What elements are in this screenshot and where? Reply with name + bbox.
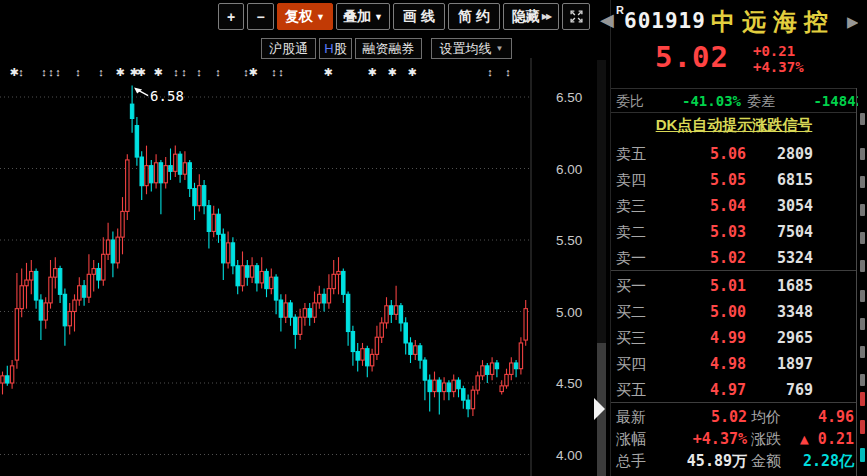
order-book-divider <box>611 270 857 271</box>
ask-row[interactable]: 卖三5.043054 <box>611 193 857 219</box>
updown-marker-icon: ↕ <box>196 66 202 78</box>
updown-marker-icon: ↕ <box>98 66 104 78</box>
h-share-button[interactable]: H股 <box>319 38 352 59</box>
stat-label: 总手 <box>616 452 646 471</box>
candle-down <box>308 309 311 318</box>
candle-up <box>476 376 479 390</box>
draw-line-label: 画 线 <box>403 8 435 26</box>
peak-price-annotation: 6.58 <box>150 88 184 104</box>
order-level-label: 买一 <box>616 277 646 296</box>
panel-collapse-handle[interactable] <box>594 398 605 420</box>
candle-up <box>481 366 484 376</box>
prev-stock-arrow[interactable]: ◀ <box>600 11 614 29</box>
ask-row[interactable]: 卖四5.056815 <box>611 167 857 193</box>
zoom-out-button[interactable]: − <box>247 3 274 30</box>
candle-up <box>121 211 124 237</box>
cutoff-glyph-fragment <box>860 318 865 330</box>
bid-row[interactable]: 买二5.003348 <box>611 299 857 325</box>
candle-up <box>394 306 397 315</box>
hide-button[interactable]: 隐藏 ▶▶ <box>503 3 559 30</box>
ask-row[interactable]: 卖一5.025324 <box>611 245 857 271</box>
order-level-label: 卖二 <box>616 223 646 242</box>
ask-row[interactable]: 卖二5.037504 <box>611 219 857 245</box>
bid-row[interactable]: 买五4.97769 <box>611 377 857 403</box>
stat-value: +4.37% <box>693 430 747 448</box>
updown-marker-icon: ↕ <box>173 66 179 78</box>
adjust-price-button[interactable]: 复权 ▼ <box>277 3 333 30</box>
candle-down <box>404 323 407 343</box>
updown-marker-icon: ↕ <box>271 66 277 78</box>
candle-up <box>92 269 95 275</box>
candle-up <box>385 306 388 323</box>
next-stock-arrow[interactable]: ▶ <box>847 14 859 29</box>
bid-row[interactable]: 买三4.992965 <box>611 325 857 351</box>
updown-marker-icon: ↕ <box>55 66 61 78</box>
candle-down <box>418 346 421 360</box>
candle-down <box>423 360 426 380</box>
candle-down <box>246 266 249 277</box>
cutoff-glyph-fragment <box>860 420 865 434</box>
updown-marker-icon: ↕ <box>181 66 187 78</box>
stat-label: 涨幅 <box>616 430 646 449</box>
candle-down <box>438 380 441 391</box>
candle-down <box>130 104 133 118</box>
order-level-label: 买五 <box>616 381 646 400</box>
cutoff-glyph-fragment <box>860 113 865 125</box>
bid-row[interactable]: 买四4.981897 <box>611 351 857 377</box>
order-price: 5.02 <box>710 249 746 267</box>
overlay-button[interactable]: 叠加 ▼ <box>336 3 390 30</box>
order-price: 5.01 <box>710 277 746 295</box>
candle-down <box>289 303 292 317</box>
candle-up <box>49 277 52 303</box>
y-axis-label: 5.50 <box>556 233 582 248</box>
candle-up <box>15 309 18 360</box>
last-price: 5.02 <box>655 40 729 74</box>
candle-up <box>318 294 321 303</box>
margin-trading-button[interactable]: 融资融券 <box>355 38 422 59</box>
weicha-label: 委差 <box>747 93 775 111</box>
cutoff-next-column <box>858 0 867 476</box>
candle-up <box>332 274 335 288</box>
candle-up <box>20 286 23 309</box>
simple-mode-button[interactable]: 简 约 <box>448 3 500 30</box>
expand-arrows-icon <box>569 9 584 24</box>
cutoff-glyph-fragment <box>860 346 865 358</box>
updown-marker-icon: ↕ <box>41 66 47 78</box>
fullscreen-button[interactable] <box>562 3 590 30</box>
order-level-label: 买三 <box>616 329 646 348</box>
candle-down <box>255 266 258 283</box>
y-axis-label: 4.00 <box>556 448 582 463</box>
candle-up <box>284 303 287 317</box>
candle-up <box>73 300 76 311</box>
stats-row: 最新5.02均价4.96 <box>611 406 857 428</box>
bid-row[interactable]: 买一5.011685 <box>611 273 857 299</box>
order-price: 5.06 <box>710 145 746 163</box>
updown-marker-icon: ↕ <box>278 66 284 78</box>
candle-down <box>202 186 205 206</box>
candle-up <box>78 286 81 300</box>
zoom-in-button[interactable]: + <box>218 3 244 30</box>
order-level-label: 卖四 <box>616 171 646 190</box>
candle-up <box>442 383 445 392</box>
zoom-out-label: − <box>256 9 264 25</box>
dk-signal-link[interactable]: DK点自动提示涨跌信号 <box>611 116 857 135</box>
ask-row[interactable]: 卖五5.062809 <box>611 141 857 167</box>
candle-up <box>433 380 436 391</box>
double-arrow-right-icon: ▶▶ <box>542 12 550 21</box>
candlestick-chart[interactable]: 6.506.005.505.004.504.00✱↕↕↕↕↕↕✱✱✱✱↕↕↕↕↕… <box>0 0 596 476</box>
order-level-label: 买二 <box>616 303 646 322</box>
candle-down <box>462 389 465 400</box>
dropdown-icon: ▼ <box>316 12 325 22</box>
order-price: 4.97 <box>710 381 746 399</box>
candle-down <box>466 400 469 409</box>
star-marker-icon: ✱ <box>387 66 396 78</box>
draw-line-button[interactable]: 画 线 <box>393 3 445 30</box>
change-percent: +4.37% <box>753 59 804 75</box>
candle-down <box>366 349 369 366</box>
candle-up <box>116 237 119 263</box>
ma-settings-button[interactable]: 设置均线 ▼ <box>431 38 512 59</box>
candle-down <box>399 306 402 323</box>
cutoff-glyph-fragment <box>860 448 865 462</box>
hk-connect-button[interactable]: 沪股通 <box>261 38 316 59</box>
order-price: 4.98 <box>710 355 746 373</box>
